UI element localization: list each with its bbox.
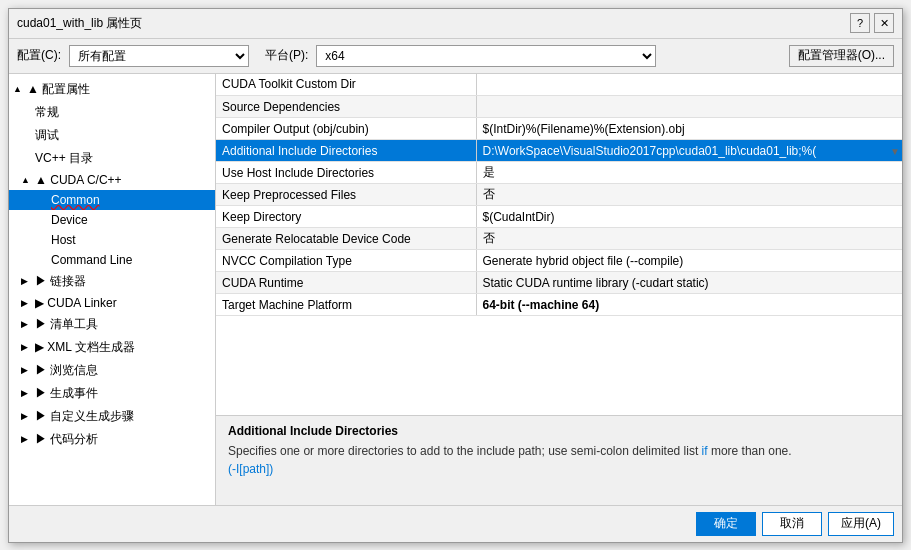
- property-name: Generate Relocatable Device Code: [216, 228, 476, 250]
- table-row[interactable]: Keep Directory$(CudaIntDir): [216, 206, 902, 228]
- sidebar-item-code-analysis[interactable]: ▶▶ 代码分析: [9, 428, 215, 451]
- button-bar: 确定 取消 应用(A): [9, 505, 902, 542]
- property-name: NVCC Compilation Type: [216, 250, 476, 272]
- table-row[interactable]: NVCC Compilation TypeGenerate hybrid obj…: [216, 250, 902, 272]
- table-row[interactable]: Additional Include DirectoriesD:\WorkSpa…: [216, 140, 902, 162]
- ok-button[interactable]: 确定: [696, 512, 756, 536]
- table-row[interactable]: Keep Preprocessed Files否: [216, 184, 902, 206]
- property-name: Source Dependencies: [216, 96, 476, 118]
- description-panel: Additional Include Directories Specifies…: [216, 415, 902, 505]
- table-row[interactable]: Target Machine Platform64-bit (--machine…: [216, 294, 902, 316]
- sidebar-item-manifest[interactable]: ▶▶ 清单工具: [9, 313, 215, 336]
- properties-grid: CUDA Toolkit Custom DirSource Dependenci…: [216, 74, 902, 317]
- tree-arrow: ▶: [21, 319, 35, 329]
- tree-arrow: ▶: [21, 342, 35, 352]
- description-title: Additional Include Directories: [228, 424, 890, 438]
- sidebar-item-label: VC++ 目录: [35, 150, 93, 167]
- property-name: Target Machine Platform: [216, 294, 476, 316]
- help-button[interactable]: ?: [850, 13, 870, 33]
- property-value: Static CUDA runtime library (-cudart sta…: [476, 272, 902, 294]
- sidebar-item-label: ▶ 生成事件: [35, 385, 98, 402]
- property-name: CUDA Runtime: [216, 272, 476, 294]
- tree-arrow: ▶: [21, 276, 35, 286]
- title-bar: cuda01_with_lib 属性页 ? ✕: [9, 9, 902, 39]
- config-select[interactable]: 所有配置: [69, 45, 249, 67]
- table-row[interactable]: Generate Relocatable Device Code否: [216, 228, 902, 250]
- property-name: Keep Preprocessed Files: [216, 184, 476, 206]
- config-bar: 配置(C): 所有配置 平台(P): x64 配置管理器(O)...: [9, 39, 902, 73]
- sidebar-item-label: Common: [51, 193, 100, 207]
- right-panel: CUDA Toolkit Custom DirSource Dependenci…: [216, 74, 902, 505]
- table-row[interactable]: CUDA RuntimeStatic CUDA runtime library …: [216, 272, 902, 294]
- sidebar-item-label: ▲ 配置属性: [27, 81, 90, 98]
- cancel-button[interactable]: 取消: [762, 512, 822, 536]
- dropdown-arrow-icon[interactable]: ▼: [890, 145, 900, 156]
- property-value: 是: [476, 162, 902, 184]
- sidebar-item-debug[interactable]: 调试: [9, 124, 215, 147]
- table-row[interactable]: Compiler Output (obj/cubin)$(IntDir)%(Fi…: [216, 118, 902, 140]
- tree-arrow: ▶: [21, 411, 35, 421]
- sidebar-item-label: ▶ CUDA Linker: [35, 296, 117, 310]
- close-button[interactable]: ✕: [874, 13, 894, 33]
- property-name: Compiler Output (obj/cubin): [216, 118, 476, 140]
- platform-label: 平台(P):: [265, 47, 308, 64]
- sidebar-item-xml-gen[interactable]: ▶▶ XML 文档生成器: [9, 336, 215, 359]
- sidebar-item-label: Device: [51, 213, 88, 227]
- sidebar-item-label: Command Line: [51, 253, 132, 267]
- sidebar-item-browse-info[interactable]: ▶▶ 浏览信息: [9, 359, 215, 382]
- property-pages-dialog: cuda01_with_lib 属性页 ? ✕ 配置(C): 所有配置 平台(P…: [8, 8, 903, 543]
- sidebar-item-vc-dirs[interactable]: VC++ 目录: [9, 147, 215, 170]
- sidebar-item-general[interactable]: 常规: [9, 101, 215, 124]
- property-value: 否: [476, 228, 902, 250]
- apply-button[interactable]: 应用(A): [828, 512, 894, 536]
- main-content: ▲▲ 配置属性常规调试VC++ 目录▲▲ CUDA C/C++CommonDev…: [9, 73, 902, 505]
- config-manager-button[interactable]: 配置管理器(O)...: [789, 45, 894, 67]
- tree-arrow: ▲: [21, 175, 35, 185]
- sidebar-item-label: ▶ 浏览信息: [35, 362, 98, 379]
- sidebar-item-label: ▲ CUDA C/C++: [35, 173, 122, 187]
- property-value: $(CudaIntDir): [476, 206, 902, 228]
- table-row[interactable]: Use Host Include Directories是: [216, 162, 902, 184]
- table-row[interactable]: Source Dependencies: [216, 96, 902, 118]
- sidebar-item-label: ▶ XML 文档生成器: [35, 339, 135, 356]
- tree-arrow: ▶: [21, 298, 35, 308]
- sidebar-item-linker[interactable]: ▶▶ 链接器: [9, 270, 215, 293]
- sidebar-item-label: ▶ 代码分析: [35, 431, 98, 448]
- sidebar-item-cmdline[interactable]: Command Line: [9, 250, 215, 270]
- property-value: 64-bit (--machine 64): [476, 294, 902, 316]
- sidebar-item-custom-steps[interactable]: ▶▶ 自定义生成步骤: [9, 405, 215, 428]
- property-value: D:\WorkSpace\VisualStudio2017cpp\cuda01_…: [476, 140, 902, 162]
- property-value: 否: [476, 184, 902, 206]
- properties-table: CUDA Toolkit Custom DirSource Dependenci…: [216, 74, 902, 415]
- property-name: Additional Include Directories: [216, 140, 476, 162]
- dialog-title: cuda01_with_lib 属性页: [17, 15, 142, 32]
- property-value: Generate hybrid object file (--compile): [476, 250, 902, 272]
- sidebar-item-label: ▶ 清单工具: [35, 316, 98, 333]
- sidebar-item-config-properties[interactable]: ▲▲ 配置属性: [9, 78, 215, 101]
- description-text: Specifies one or more directories to add…: [228, 442, 890, 478]
- sidebar-item-host[interactable]: Host: [9, 230, 215, 250]
- sidebar-item-label: Host: [51, 233, 76, 247]
- platform-select[interactable]: x64: [316, 45, 656, 67]
- property-value: [476, 96, 902, 118]
- tree-arrow: ▶: [21, 434, 35, 444]
- tree-arrow: ▲: [13, 84, 27, 94]
- title-controls: ? ✕: [850, 13, 894, 33]
- sidebar-item-label: ▶ 自定义生成步骤: [35, 408, 134, 425]
- description-link[interactable]: if: [702, 444, 708, 458]
- sidebar-item-device[interactable]: Device: [9, 210, 215, 230]
- sidebar-item-cuda-cpp[interactable]: ▲▲ CUDA C/C++: [9, 170, 215, 190]
- config-label: 配置(C):: [17, 47, 61, 64]
- table-row[interactable]: CUDA Toolkit Custom Dir: [216, 74, 902, 96]
- sidebar-item-common[interactable]: Common: [9, 190, 215, 210]
- property-value: $(IntDir)%(Filename)%(Extension).obj: [476, 118, 902, 140]
- sidebar-item-cuda-linker[interactable]: ▶▶ CUDA Linker: [9, 293, 215, 313]
- property-value: [476, 74, 902, 96]
- tree-arrow: ▶: [21, 388, 35, 398]
- sidebar: ▲▲ 配置属性常规调试VC++ 目录▲▲ CUDA C/C++CommonDev…: [9, 74, 216, 505]
- property-name: Use Host Include Directories: [216, 162, 476, 184]
- property-name: CUDA Toolkit Custom Dir: [216, 74, 476, 96]
- description-path-link[interactable]: (-I[path]): [228, 462, 273, 476]
- sidebar-item-label: 调试: [35, 127, 59, 144]
- sidebar-item-build-events[interactable]: ▶▶ 生成事件: [9, 382, 215, 405]
